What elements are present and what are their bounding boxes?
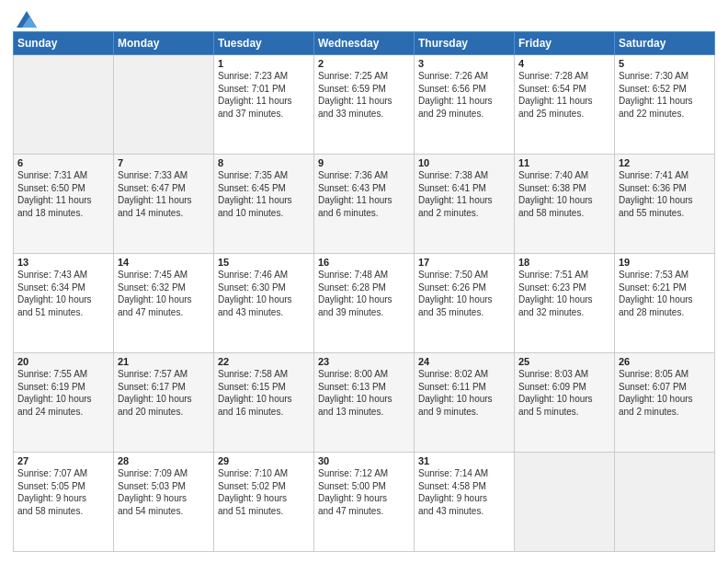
calendar-cell: 25Sunrise: 8:03 AM Sunset: 6:09 PM Dayli… (515, 353, 615, 453)
day-number: 4 (518, 58, 610, 69)
calendar-cell: 24Sunrise: 8:02 AM Sunset: 6:11 PM Dayli… (415, 353, 515, 453)
day-info: Sunrise: 7:26 AM Sunset: 6:56 PM Dayligh… (418, 70, 510, 120)
weekday-header-wednesday: Wednesday (314, 32, 415, 55)
calendar-cell: 15Sunrise: 7:46 AM Sunset: 6:30 PM Dayli… (214, 254, 314, 353)
day-info: Sunrise: 7:35 AM Sunset: 6:45 PM Dayligh… (218, 169, 310, 219)
calendar-cell: 7Sunrise: 7:33 AM Sunset: 6:47 PM Daylig… (114, 155, 214, 254)
day-number: 9 (318, 157, 410, 168)
calendar-cell: 19Sunrise: 7:53 AM Sunset: 6:21 PM Dayli… (615, 254, 715, 353)
day-number: 16 (318, 257, 410, 268)
logo-icon (17, 11, 37, 28)
day-number: 3 (418, 58, 510, 69)
calendar-cell: 28Sunrise: 7:09 AM Sunset: 5:03 PM Dayli… (114, 453, 214, 552)
calendar-cell: 22Sunrise: 7:58 AM Sunset: 6:15 PM Dayli… (214, 353, 314, 453)
logo (13, 11, 37, 24)
calendar-cell: 17Sunrise: 7:50 AM Sunset: 6:26 PM Dayli… (415, 254, 515, 353)
day-number: 24 (418, 356, 510, 367)
weekday-header-thursday: Thursday (415, 32, 515, 55)
day-number: 22 (218, 356, 310, 367)
day-info: Sunrise: 7:41 AM Sunset: 6:36 PM Dayligh… (619, 169, 711, 219)
day-info: Sunrise: 7:50 AM Sunset: 6:26 PM Dayligh… (418, 269, 510, 318)
day-number: 6 (17, 157, 109, 168)
calendar-cell: 2Sunrise: 7:25 AM Sunset: 6:59 PM Daylig… (314, 55, 415, 155)
logo-text (13, 11, 37, 28)
calendar-cell (14, 55, 114, 155)
day-info: Sunrise: 7:28 AM Sunset: 6:54 PM Dayligh… (518, 70, 610, 120)
calendar-cell: 13Sunrise: 7:43 AM Sunset: 6:34 PM Dayli… (14, 254, 114, 353)
calendar-cell: 8Sunrise: 7:35 AM Sunset: 6:45 PM Daylig… (214, 155, 314, 254)
day-info: Sunrise: 7:51 AM Sunset: 6:23 PM Dayligh… (518, 269, 610, 318)
calendar-cell: 6Sunrise: 7:31 AM Sunset: 6:50 PM Daylig… (14, 155, 114, 254)
day-info: Sunrise: 7:07 AM Sunset: 5:05 PM Dayligh… (17, 467, 109, 517)
day-info: Sunrise: 7:45 AM Sunset: 6:32 PM Dayligh… (118, 269, 210, 318)
day-number: 30 (318, 455, 410, 466)
calendar-cell: 29Sunrise: 7:10 AM Sunset: 5:02 PM Dayli… (214, 453, 314, 552)
day-info: Sunrise: 7:14 AM Sunset: 4:58 PM Dayligh… (418, 467, 510, 517)
day-number: 31 (418, 455, 510, 466)
calendar-cell: 16Sunrise: 7:48 AM Sunset: 6:28 PM Dayli… (314, 254, 415, 353)
header (13, 11, 715, 24)
day-info: Sunrise: 8:00 AM Sunset: 6:13 PM Dayligh… (318, 368, 410, 418)
day-number: 11 (518, 157, 610, 168)
day-info: Sunrise: 8:02 AM Sunset: 6:11 PM Dayligh… (418, 368, 510, 418)
day-number: 19 (619, 257, 711, 268)
day-info: Sunrise: 7:25 AM Sunset: 6:59 PM Dayligh… (318, 70, 410, 120)
calendar-cell (515, 453, 615, 552)
calendar-cell: 14Sunrise: 7:45 AM Sunset: 6:32 PM Dayli… (114, 254, 214, 353)
day-number: 12 (619, 157, 711, 168)
calendar-cell: 26Sunrise: 8:05 AM Sunset: 6:07 PM Dayli… (615, 353, 715, 453)
calendar-cell: 12Sunrise: 7:41 AM Sunset: 6:36 PM Dayli… (615, 155, 715, 254)
day-info: Sunrise: 8:05 AM Sunset: 6:07 PM Dayligh… (619, 368, 711, 418)
day-number: 17 (418, 257, 510, 268)
calendar-cell (114, 55, 214, 155)
calendar-cell: 1Sunrise: 7:23 AM Sunset: 7:01 PM Daylig… (214, 55, 314, 155)
day-number: 10 (418, 157, 510, 168)
day-info: Sunrise: 7:33 AM Sunset: 6:47 PM Dayligh… (118, 169, 210, 219)
day-number: 2 (318, 58, 410, 69)
day-info: Sunrise: 7:58 AM Sunset: 6:15 PM Dayligh… (218, 368, 310, 418)
day-number: 21 (118, 356, 210, 367)
calendar-cell: 21Sunrise: 7:57 AM Sunset: 6:17 PM Dayli… (114, 353, 214, 453)
day-info: Sunrise: 7:43 AM Sunset: 6:34 PM Dayligh… (17, 269, 109, 318)
calendar-cell: 30Sunrise: 7:12 AM Sunset: 5:00 PM Dayli… (314, 453, 415, 552)
day-info: Sunrise: 7:46 AM Sunset: 6:30 PM Dayligh… (218, 269, 310, 318)
day-info: Sunrise: 8:03 AM Sunset: 6:09 PM Dayligh… (518, 368, 610, 418)
day-info: Sunrise: 7:12 AM Sunset: 5:00 PM Dayligh… (318, 467, 410, 517)
weekday-header-monday: Monday (114, 32, 214, 55)
weekday-header-saturday: Saturday (615, 32, 715, 55)
calendar-cell: 10Sunrise: 7:38 AM Sunset: 6:41 PM Dayli… (415, 155, 515, 254)
day-info: Sunrise: 7:40 AM Sunset: 6:38 PM Dayligh… (518, 169, 610, 219)
calendar-cell: 27Sunrise: 7:07 AM Sunset: 5:05 PM Dayli… (14, 453, 114, 552)
day-number: 20 (17, 356, 109, 367)
day-info: Sunrise: 7:30 AM Sunset: 6:52 PM Dayligh… (619, 70, 711, 120)
day-number: 27 (17, 455, 109, 466)
weekday-header-tuesday: Tuesday (214, 32, 314, 55)
day-number: 13 (17, 257, 109, 268)
day-info: Sunrise: 7:23 AM Sunset: 7:01 PM Dayligh… (218, 70, 310, 120)
day-number: 7 (118, 157, 210, 168)
calendar-cell: 23Sunrise: 8:00 AM Sunset: 6:13 PM Dayli… (314, 353, 415, 453)
calendar-cell: 9Sunrise: 7:36 AM Sunset: 6:43 PM Daylig… (314, 155, 415, 254)
day-number: 26 (619, 356, 711, 367)
calendar-cell: 18Sunrise: 7:51 AM Sunset: 6:23 PM Dayli… (515, 254, 615, 353)
calendar-cell: 11Sunrise: 7:40 AM Sunset: 6:38 PM Dayli… (515, 155, 615, 254)
day-number: 28 (118, 455, 210, 466)
day-number: 1 (218, 58, 310, 69)
calendar-cell: 5Sunrise: 7:30 AM Sunset: 6:52 PM Daylig… (615, 55, 715, 155)
day-number: 29 (218, 455, 310, 466)
weekday-header-friday: Friday (515, 32, 615, 55)
calendar-cell: 3Sunrise: 7:26 AM Sunset: 6:56 PM Daylig… (415, 55, 515, 155)
day-info: Sunrise: 7:55 AM Sunset: 6:19 PM Dayligh… (17, 368, 109, 418)
day-info: Sunrise: 7:48 AM Sunset: 6:28 PM Dayligh… (318, 269, 410, 318)
day-number: 14 (118, 257, 210, 268)
day-info: Sunrise: 7:10 AM Sunset: 5:02 PM Dayligh… (218, 467, 310, 517)
weekday-header-sunday: Sunday (14, 32, 114, 55)
day-number: 23 (318, 356, 410, 367)
day-number: 15 (218, 257, 310, 268)
calendar-cell (615, 453, 715, 552)
calendar-cell: 31Sunrise: 7:14 AM Sunset: 4:58 PM Dayli… (415, 453, 515, 552)
page: SundayMondayTuesdayWednesdayThursdayFrid… (0, 0, 728, 563)
day-info: Sunrise: 7:38 AM Sunset: 6:41 PM Dayligh… (418, 169, 510, 219)
day-number: 8 (218, 157, 310, 168)
day-number: 25 (518, 356, 610, 367)
